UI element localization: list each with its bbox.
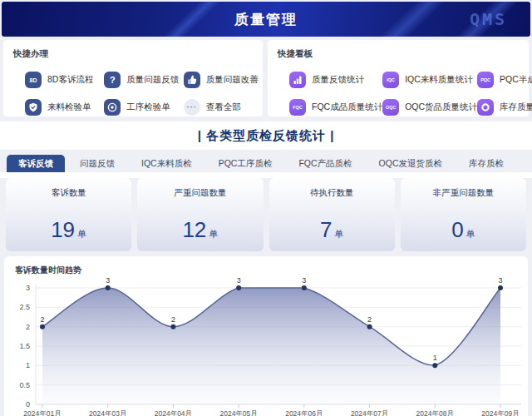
stat-card-1: 严重问题数量12单 [137, 178, 263, 251]
tabbar-underlay [0, 172, 532, 178]
quick-actions-panel: 快捷办理 8D8D客诉流程?质量问题反馈质量问题改善来料检验单工序检验单···查… [3, 40, 263, 116]
inventory-icon [477, 99, 494, 116]
quick-actions-grid: 8D8D客诉流程?质量问题反馈质量问题改善来料检验单工序检验单···查看全部 [25, 72, 263, 116]
x-tick-label: 2024年05月 [219, 409, 257, 416]
y-tick-label: 2.5 [19, 303, 30, 311]
y-tick-label: 0 [26, 400, 30, 409]
y-tick-label: 1.5 [19, 342, 30, 350]
data-point [367, 324, 372, 329]
complaint-trend-chart: 32.521.510.5022024年01月32024年03月22024年04月… [4, 278, 528, 416]
stats-row: 客诉数量19单严重问题数量12单待执行数量7单非严重问题数量0单 [6, 178, 526, 251]
y-tick-label: 1 [26, 361, 30, 369]
data-point [170, 324, 175, 329]
tab-5[interactable]: OQC发退货质检 [367, 155, 454, 172]
8d-icon: 8D [25, 72, 42, 88]
fqc-badge-icon: FQC [289, 99, 306, 116]
quick-action-item-1[interactable]: ?质量问题反馈 [104, 72, 183, 88]
stat-label: 严重问题数量 [137, 187, 263, 199]
y-tick-label: 2 [26, 323, 30, 331]
shield-check-icon [25, 99, 42, 116]
data-label: 1 [433, 354, 437, 362]
stat-unit: 单 [334, 229, 343, 239]
stat-value: 7 [320, 217, 332, 242]
x-tick-label: 2024年01月 [23, 409, 61, 416]
data-label: 2 [367, 315, 372, 324]
stat-unit: 单 [466, 229, 475, 239]
quick-action-item-2[interactable]: 质量问题改善 [184, 72, 263, 88]
stat-card-0: 客诉数量19单 [6, 178, 131, 251]
y-tick-label: 0.5 [19, 381, 30, 389]
stat-value: 0 [451, 217, 463, 242]
quick-board-item-5[interactable]: 库存质量统计 [477, 99, 532, 116]
quick-board-item-1[interactable]: IQCIQC来料质量统计 [382, 72, 477, 88]
quick-board-item-4[interactable]: OQCOQC货品质量统计 [382, 99, 477, 116]
quick-action-item-3[interactable]: 来料检验单 [25, 99, 104, 116]
ellipsis-icon: ··· [184, 99, 200, 116]
quick-board-item-label: IQC来料质量统计 [405, 74, 473, 86]
quick-board-item-3[interactable]: FQCFQC成品质量统计 [289, 99, 382, 116]
stat-unit: 单 [77, 229, 86, 239]
page-title: 质量管理 [2, 10, 530, 29]
quick-action-item-label: 工序检验单 [126, 102, 170, 113]
stat-label: 待执行数量 [269, 187, 395, 199]
quick-board-item-label: FQC成品质量统计 [312, 102, 382, 113]
chart-title: 客诉数量时间趋势 [15, 265, 528, 276]
x-tick-label: 2024年03月 [89, 409, 126, 416]
x-tick-label: 2024年06月 [285, 409, 323, 416]
quick-action-item-4[interactable]: 工序检验单 [104, 99, 183, 116]
data-point [498, 285, 503, 290]
stat-card-3: 非严重问题数量0单 [401, 178, 526, 251]
quick-action-item-label: 8D客诉流程 [47, 74, 93, 86]
stat-label: 非严重问题数量 [401, 187, 526, 199]
data-point [432, 363, 437, 368]
data-label: 3 [302, 278, 306, 285]
data-point [302, 285, 307, 290]
tab-3[interactable]: PQC工序质检 [207, 155, 284, 172]
quick-action-item-label: 质量问题反馈 [126, 74, 179, 86]
x-tick-label: 2024年07月 [351, 409, 388, 416]
stat-label: 客诉数量 [6, 187, 131, 199]
tab-2[interactable]: IQC来料质检 [130, 155, 204, 172]
quick-board-item-label: 库存质量统计 [500, 102, 532, 113]
tab-1[interactable]: 问题反馈 [68, 155, 126, 172]
x-tick-label: 2024年08月 [416, 409, 454, 416]
tab-4[interactable]: FQC产品质检 [287, 155, 363, 172]
stat-card-2: 待执行数量7单 [269, 178, 395, 251]
qms-logo: QMS [470, 9, 507, 29]
quick-board-item-0[interactable]: 质量反馈统计 [289, 72, 382, 88]
quick-action-item-label: 来料检验单 [47, 102, 91, 113]
quick-action-item-label: 质量问题改善 [206, 74, 259, 86]
tab-0[interactable]: 客诉反馈 [7, 155, 65, 172]
data-label: 3 [498, 278, 502, 285]
quick-boards-panel: 快捷看板 质量反馈统计IQCIQC来料质量统计PQCPQC半成品质量...FQC… [268, 40, 529, 116]
stat-unit: 单 [209, 229, 218, 239]
quick-board-item-label: 质量反馈统计 [312, 74, 364, 86]
app-header: 质量管理 QMS [2, 2, 530, 37]
quick-board-item-2[interactable]: PQCPQC半成品质量... [477, 72, 532, 88]
quick-action-item-5[interactable]: ···查看全部 [184, 99, 263, 116]
data-label: 3 [106, 278, 110, 285]
quick-actions-title: 快捷办理 [13, 48, 263, 60]
quick-action-item-label: 查看全部 [206, 102, 241, 113]
section-title: | 各类型质检反馈统计 | [198, 128, 335, 144]
quick-boards-title: 快捷看板 [278, 48, 529, 60]
stat-value: 19 [51, 217, 75, 242]
data-point [40, 324, 45, 329]
oqc-badge-icon: OQC [382, 99, 399, 116]
target-icon [104, 99, 121, 116]
pqc-badge-icon: PQC [477, 72, 494, 88]
trend-chart-card: 客诉数量时间趋势 32.521.510.5022024年01月32024年03月… [4, 256, 528, 416]
data-point [236, 285, 241, 290]
data-label: 2 [40, 315, 44, 324]
section-band: | 各类型质检反馈统计 | [0, 121, 532, 150]
x-tick-label: 2024年09月 [481, 409, 519, 416]
data-point [106, 285, 111, 290]
tab-6[interactable]: 库存质检 [457, 155, 515, 172]
quick-action-item-0[interactable]: 8D8D客诉流程 [25, 72, 104, 88]
question-icon: ? [104, 72, 121, 88]
quick-boards-grid: 质量反馈统计IQCIQC来料质量统计PQCPQC半成品质量...FQCFQC成品… [289, 72, 529, 116]
y-tick-label: 3 [26, 284, 30, 292]
quick-board-item-label: OQC货品质量统计 [405, 102, 477, 113]
stat-value: 12 [182, 217, 206, 242]
thumbs-up-icon [184, 72, 200, 88]
